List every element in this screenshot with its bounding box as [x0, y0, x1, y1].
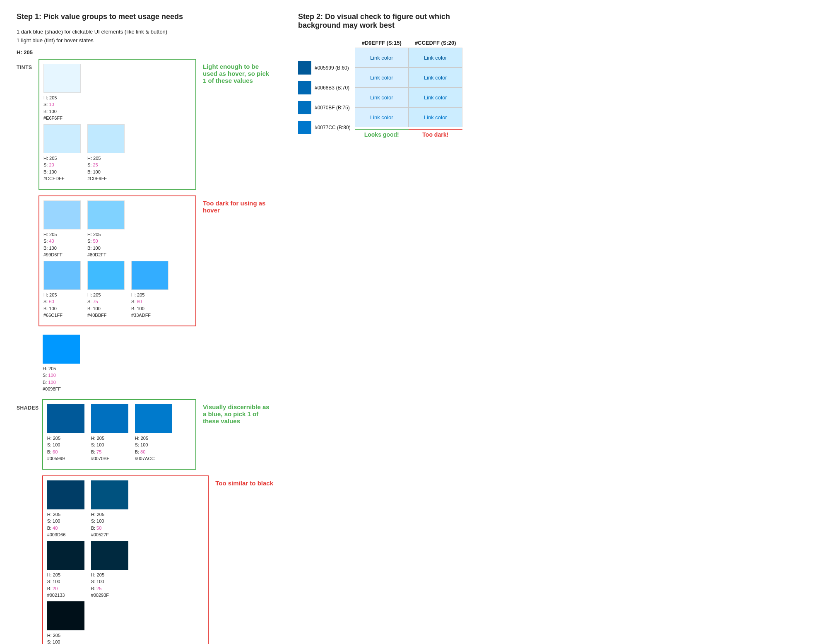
link-cell-bg1-r4: Link color	[355, 107, 409, 127]
link-cell-bg1-r1: Link color	[355, 48, 409, 68]
shades-green-annotation: Visually discernible as a blue, so pick …	[203, 403, 273, 425]
shade-swatch-003D66: H: 205 S: 100 B: 40 #003D66	[47, 480, 84, 538]
hue-label: H: 205	[17, 49, 273, 55]
shade-swatch-00293F: H: 205 S: 100 B: 25 #00293F	[91, 541, 128, 599]
shade-swatch-002133: H: 205 S: 100 B: 20 #002133	[47, 541, 84, 599]
step2-content: #005999 (B:60) #0068B3 (B:70) #0070BF (B…	[298, 38, 811, 140]
ref-label: #0077CC (B:80)	[315, 125, 351, 130]
swatch-color	[47, 404, 84, 433]
color-ref-0068B3: #0068B3 (B:70)	[298, 78, 351, 98]
tint-swatch-C0E9FF: H: 205 S: 25 B: 100 #C0E9FF	[87, 124, 125, 182]
tint-standalone-0098FF: H: 205 S: 100 B: 100 #0098FF	[43, 335, 273, 393]
bg-headers: #D9EFFF (S:15) #CCEDFF (S:20)	[355, 38, 462, 48]
shades-red-box: H: 205 S: 100 B: 40 #003D66 H: 205	[42, 475, 209, 644]
tints-red-group: H: 205 S: 40 B: 100 #99D6FF H: 205	[39, 195, 273, 330]
shade-swatch-0070BF: H: 205 S: 100 B: 75 #0070BF	[91, 404, 128, 462]
ref-swatch	[298, 121, 311, 134]
swatch-color	[91, 541, 128, 570]
link-row-1: Link color Link color	[355, 48, 462, 68]
tint-swatch-40BBFF: H: 205 S: 75 B: 100 #40BBFF	[87, 261, 125, 319]
link-text: Link color	[370, 55, 393, 61]
swatch-color	[135, 404, 172, 433]
swatch-color	[91, 404, 128, 433]
shades-red-annotation: Too similar to black	[215, 480, 273, 487]
step1-desc: 1 dark blue (shade) for clickable UI ele…	[17, 28, 273, 45]
link-text: Link color	[370, 75, 393, 81]
bg-columns: #D9EFFF (S:15) #CCEDFF (S:20) Link color…	[355, 38, 462, 140]
shades-green-box: H: 205 S: 100 B: 60 #005999 H: 205	[42, 399, 196, 470]
link-text: Link color	[424, 75, 447, 81]
link-row-2: Link color Link color	[355, 68, 462, 87]
swatch-color	[43, 124, 81, 153]
link-cell-bg2-r2: Link color	[409, 68, 462, 87]
swatch-color	[87, 124, 125, 153]
bg1-header: #D9EFFF (S:15)	[355, 38, 409, 48]
tint-swatch-CCEDFF: H: 205 S: 20 B: 100 #CCEDFF	[43, 124, 81, 182]
link-text: Link color	[370, 114, 393, 121]
ref-label: #0070BF (B:75)	[315, 105, 350, 111]
swatch-color	[87, 200, 125, 229]
tints-label: TINTS	[17, 65, 35, 70]
link-row-4: Link color Link color	[355, 107, 462, 127]
ref-swatch	[298, 81, 311, 94]
verdict-good: Looks good!	[355, 129, 409, 140]
link-cell-bg1-r2: Link color	[355, 68, 409, 87]
link-text: Link color	[424, 114, 447, 121]
ref-swatch	[298, 101, 311, 114]
swatch-color	[43, 335, 80, 364]
tints-red-box: H: 205 S: 40 B: 100 #99D6FF H: 205	[39, 195, 196, 326]
verdict-row: Looks good! Too dark!	[355, 129, 462, 140]
swatch-color	[131, 261, 168, 290]
ref-label: #0068B3 (B:70)	[315, 85, 349, 91]
bg2-header: #CCEDFF (S:20)	[409, 38, 462, 48]
ref-label: #005999 (B:60)	[315, 65, 349, 71]
link-cell-bg2-r1: Link color	[409, 48, 462, 68]
shade-swatch-005999: H: 205 S: 100 B: 60 #005999	[47, 404, 84, 462]
swatch-color	[43, 261, 81, 290]
color-ref-005999: #005999 (B:60)	[298, 58, 351, 78]
link-text: Link color	[424, 94, 447, 101]
swatch-color	[43, 200, 81, 229]
tints-green-group: H: 205 S: 10 B: 100 #E6F6FF	[39, 59, 273, 194]
color-ref-column: #005999 (B:60) #0068B3 (B:70) #0070BF (B…	[298, 38, 351, 137]
swatch-color	[43, 64, 81, 93]
swatch-color	[87, 261, 125, 290]
step1-title: Step 1: Pick value groups to meet usage …	[17, 12, 273, 21]
step1-panel: Step 1: Pick value groups to meet usage …	[17, 12, 273, 644]
tints-red-annotation: Too dark for using as hover	[203, 200, 273, 214]
swatch-color	[47, 601, 84, 630]
link-cell-bg2-r4: Link color	[409, 107, 462, 127]
color-ref-0070BF: #0070BF (B:75)	[298, 98, 351, 118]
tint-swatch-66C1FF: H: 205 S: 60 B: 100 #66C1FF	[43, 261, 81, 319]
step2-title: Step 2: Do visual check to figure out wh…	[298, 12, 455, 30]
swatch-color	[91, 480, 128, 509]
tint-swatch-99D6FF: H: 205 S: 40 B: 100 #99D6FF	[43, 200, 81, 258]
link-text: Link color	[424, 55, 447, 61]
shades-red-group: H: 205 S: 100 B: 40 #003D66 H: 205	[42, 475, 273, 644]
link-cell-bg2-r3: Link color	[409, 87, 462, 107]
link-text: Link color	[370, 94, 393, 101]
swatch-color	[47, 480, 84, 509]
verdict-bad: Too dark!	[409, 129, 462, 140]
shade-swatch-001019: H: 205 S: 100 B: 10 #001019	[47, 601, 84, 644]
step2-panel: Step 2: Do visual check to figure out wh…	[298, 12, 811, 644]
tint-swatch-80D2FF: H: 205 S: 50 B: 100 #80D2FF	[87, 200, 125, 258]
ref-swatch	[298, 61, 311, 75]
swatch-color	[47, 541, 84, 570]
tints-green-box: H: 205 S: 10 B: 100 #E6F6FF	[39, 59, 196, 190]
shade-swatch-00527F: H: 205 S: 100 B: 50 #00527F	[91, 480, 128, 538]
shades-label: SHADES	[17, 405, 39, 411]
shades-green-group: H: 205 S: 100 B: 60 #005999 H: 205	[42, 399, 273, 474]
link-cell-bg1-r3: Link color	[355, 87, 409, 107]
tints-green-annotation: Light enough to be used as hover, so pic…	[203, 63, 273, 84]
tint-swatch-E6F6FF: H: 205 S: 10 B: 100 #E6F6FF	[43, 64, 81, 122]
shade-swatch-007ACC: H: 205 S: 100 B: 80 #007ACC	[135, 404, 172, 462]
link-row-3: Link color Link color	[355, 87, 462, 107]
color-ref-0077CC: #0077CC (B:80)	[298, 118, 351, 137]
tint-swatch-33ADFF: H: 205 S: 80 B: 100 #33ADFF	[131, 261, 168, 319]
